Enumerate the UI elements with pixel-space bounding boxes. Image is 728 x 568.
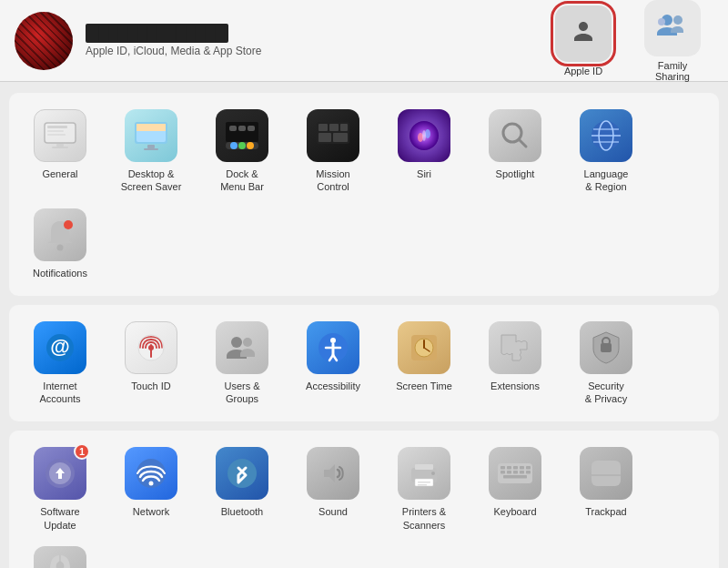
extensions-icon [489,321,541,374]
screentime-item[interactable]: Screen Time [379,314,470,413]
internet-item[interactable]: @ InternetAccounts [15,314,106,413]
language-label: Language& Region [584,167,629,194]
section-3-grid: 1 SoftwareUpdate [15,440,713,568]
family-sharing-label: FamilySharing [655,60,690,82]
svg-rect-5 [47,130,64,132]
sound-item[interactable]: Sound [288,440,379,539]
printers-label: Printers &Scanners [402,505,446,532]
language-icon [580,109,632,162]
mouse-icon [34,546,86,568]
svg-rect-68 [418,484,427,486]
header: ██████████████ Apple ID, iCloud, Media &… [0,0,728,82]
section-1: General Desktop &Screen Saver [9,93,719,296]
desktop-label: Desktop &Screen Saver [121,167,182,194]
security-item[interactable]: Security& Privacy [561,314,652,413]
trackpad-label: Trackpad [585,505,626,518]
accessibility-icon [307,321,359,374]
svg-rect-14 [226,122,258,142]
header-subtitle: Apple ID, iCloud, Media & App Store [86,45,261,57]
bluetooth-icon [216,447,268,500]
svg-point-69 [431,472,435,475]
internet-label: InternetAccounts [39,380,80,406]
notifications-item[interactable]: Notifications [15,201,106,287]
extensions-item[interactable]: Extensions [470,314,561,413]
svg-rect-23 [318,124,328,131]
network-label: Network [133,505,169,518]
extensions-label: Extensions [490,380,540,392]
screentime-label: Screen Time [396,380,452,392]
svg-point-2 [658,18,665,25]
dock-item[interactable]: Dock &Menu Bar [197,102,288,201]
touchid-item[interactable]: Touch ID [106,314,197,413]
mission-item[interactable]: MissionControl [288,102,379,201]
internet-icon: @ [34,321,86,374]
apple-id-item[interactable]: Apple ID [542,5,624,76]
family-sharing-icon [652,11,693,46]
apple-id-icon-box [555,5,612,62]
spotlight-item[interactable]: Spotlight [470,102,561,201]
apple-id-icon [566,16,601,51]
network-item[interactable]: Network [106,440,197,539]
svg-rect-11 [136,124,166,131]
bluetooth-label: Bluetooth [221,505,263,518]
svg-point-39 [57,244,64,250]
svg-rect-78 [513,471,518,474]
notifications-label: Notifications [33,267,87,279]
trackpad-icon [580,447,632,500]
svg-rect-67 [418,482,430,483]
svg-rect-26 [318,133,331,142]
svg-rect-74 [520,466,524,470]
svg-point-40 [64,220,73,229]
spotlight-label: Spotlight [496,167,535,180]
users-icon [216,321,268,374]
keyboard-item[interactable]: Keyboard [470,440,561,539]
svg-rect-75 [526,466,531,470]
section-3: 1 SoftwareUpdate [9,431,719,568]
accessibility-item[interactable]: Accessibility [288,314,379,413]
general-item[interactable]: General [15,102,106,201]
siri-icon [398,109,450,162]
svg-rect-79 [520,471,524,474]
svg-point-48 [330,338,336,343]
siri-label: Siri [417,167,431,180]
mission-icon [307,109,359,162]
screentime-icon [398,321,450,374]
printers-icon [398,447,450,500]
software-badge: 1 [74,443,90,460]
svg-text:@: @ [50,335,69,358]
users-item[interactable]: Users &Groups [197,314,288,413]
mouse-item[interactable]: Mouse [15,539,106,568]
sound-icon [307,447,359,500]
trackpad-item[interactable]: Trackpad [561,440,652,539]
software-item[interactable]: 1 SoftwareUpdate [15,440,106,539]
desktop-item[interactable]: Desktop &Screen Saver [106,102,197,201]
svg-point-45 [231,337,242,348]
printers-item[interactable]: Printers &Scanners [379,440,470,539]
section-2: @ InternetAccounts [9,305,719,422]
family-sharing-icon-box [644,0,701,56]
general-icon [34,109,86,162]
user-avatar[interactable] [15,12,73,70]
security-icon [580,321,632,374]
siri-item[interactable]: Siri [379,102,470,201]
mission-label: MissionControl [316,167,349,194]
keyboard-icon [489,447,541,500]
touchid-icon [125,321,177,374]
svg-rect-81 [503,475,527,479]
svg-rect-72 [507,466,511,470]
svg-rect-21 [248,126,255,131]
security-label: Security& Privacy [585,380,627,406]
accessibility-label: Accessibility [306,380,360,392]
spotlight-icon [489,109,541,162]
svg-rect-6 [47,134,66,136]
bluetooth-item[interactable]: Bluetooth [197,440,288,539]
svg-rect-19 [229,126,237,131]
svg-rect-65 [415,464,433,470]
desktop-icon [125,109,177,162]
svg-rect-76 [500,471,505,474]
svg-point-18 [247,142,254,149]
svg-rect-20 [238,126,246,131]
svg-rect-80 [526,471,531,474]
family-sharing-item[interactable]: FamilySharing [632,0,713,82]
language-item[interactable]: Language& Region [561,102,652,201]
